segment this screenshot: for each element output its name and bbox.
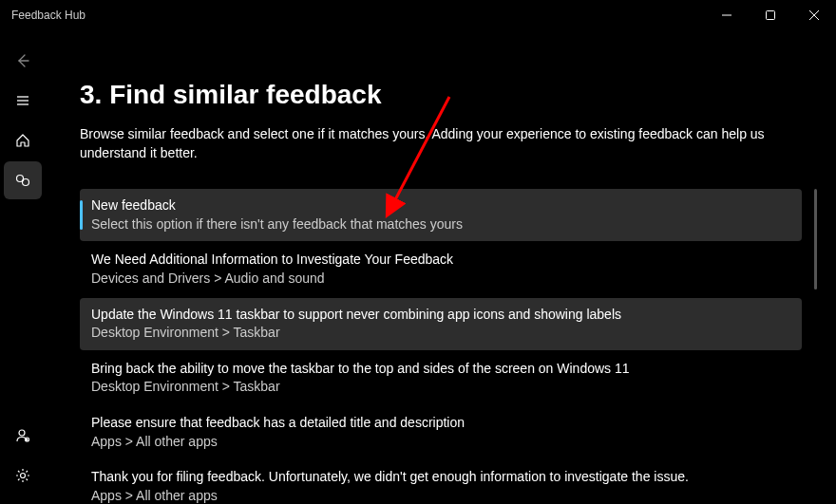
feedback-item[interactable]: New feedbackSelect this option if there … bbox=[80, 189, 802, 241]
svg-line-10 bbox=[23, 180, 25, 181]
feedback-list: New feedbackSelect this option if there … bbox=[80, 189, 802, 504]
svg-point-15 bbox=[21, 474, 26, 478]
nav-settings[interactable] bbox=[4, 457, 42, 495]
back-button[interactable] bbox=[4, 42, 42, 80]
feedback-item-title: Please ensure that feedback has a detail… bbox=[91, 414, 790, 433]
titlebar: Feedback Hub bbox=[0, 0, 836, 30]
maximize-icon bbox=[766, 10, 775, 20]
hamburger-icon bbox=[15, 93, 30, 108]
feedback-item-subtitle: Apps > All other apps bbox=[91, 433, 790, 452]
feedback-item[interactable]: Bring back the ability to move the taskb… bbox=[80, 352, 802, 404]
feedback-item-title: Update the Windows 11 taskbar to support… bbox=[91, 306, 790, 325]
scrollbar[interactable] bbox=[814, 189, 817, 289]
feedback-item-subtitle: Apps > All other apps bbox=[91, 487, 790, 504]
feedback-item[interactable]: Thank you for filing feedback. Unfortuna… bbox=[80, 460, 802, 504]
page-heading: 3. Find similar feedback bbox=[80, 80, 802, 110]
app-body: 3. Find similar feedback Browse similar … bbox=[0, 30, 836, 504]
sidebar bbox=[0, 30, 46, 504]
feedback-item-subtitle: Select this option if there isn't any fe… bbox=[91, 215, 790, 234]
feedback-item-title: We Need Additional Information to Invest… bbox=[91, 251, 790, 270]
close-button[interactable] bbox=[792, 0, 836, 30]
window-controls bbox=[705, 0, 836, 30]
feedback-item-subtitle: Desktop Environment > Taskbar bbox=[91, 378, 790, 397]
feedback-item[interactable]: We Need Additional Information to Invest… bbox=[80, 243, 802, 295]
window-title: Feedback Hub bbox=[11, 9, 86, 22]
page-description: Browse similar feedback and select one i… bbox=[80, 125, 783, 162]
feedback-item-title: Thank you for filing feedback. Unfortuna… bbox=[91, 468, 790, 487]
feedback-item-title: Bring back the ability to move the taskb… bbox=[91, 360, 790, 379]
feedback-icon bbox=[14, 172, 31, 189]
nav-menu-button[interactable] bbox=[4, 82, 42, 120]
gear-icon bbox=[15, 468, 30, 483]
svg-point-11 bbox=[19, 430, 25, 436]
nav-feedback[interactable] bbox=[4, 161, 42, 199]
close-icon bbox=[809, 10, 819, 20]
feedback-item-subtitle: Desktop Environment > Taskbar bbox=[91, 324, 790, 343]
feedback-item-title: New feedback bbox=[91, 196, 790, 215]
svg-rect-1 bbox=[767, 11, 775, 20]
feedback-item[interactable]: Please ensure that feedback has a detail… bbox=[80, 406, 802, 458]
minimize-button[interactable] bbox=[705, 0, 749, 30]
minimize-icon bbox=[722, 10, 732, 20]
main-content: 3. Find similar feedback Browse similar … bbox=[46, 30, 836, 504]
maximize-button[interactable] bbox=[749, 0, 792, 30]
svg-point-9 bbox=[23, 179, 29, 186]
nav-home[interactable] bbox=[4, 121, 42, 159]
feedback-item[interactable]: Update the Windows 11 taskbar to support… bbox=[80, 298, 802, 350]
profile-icon bbox=[14, 427, 31, 444]
home-icon bbox=[15, 133, 30, 148]
feedback-list-container: New feedbackSelect this option if there … bbox=[80, 189, 802, 504]
feedback-item-subtitle: Devices and Drivers > Audio and sound bbox=[91, 270, 790, 289]
nav-profile[interactable] bbox=[4, 417, 42, 455]
back-arrow-icon bbox=[15, 53, 30, 68]
